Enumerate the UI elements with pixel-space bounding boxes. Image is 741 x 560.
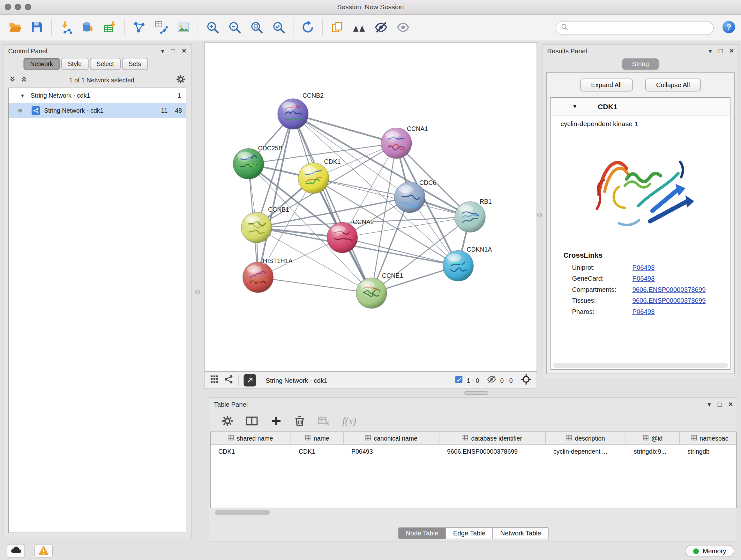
selected-checkbox-icon[interactable] [455, 375, 463, 385]
save-session-button[interactable] [26, 17, 48, 39]
open-session-button[interactable] [4, 17, 26, 39]
birdseye-grid-icon[interactable] [210, 374, 219, 386]
memory-button[interactable]: Memory [685, 545, 734, 557]
panel-close-icon[interactable]: × [729, 47, 734, 55]
network-merge-button[interactable] [128, 17, 150, 39]
hidden-eye-icon[interactable] [487, 374, 496, 386]
panel-menu-icon[interactable]: ▾ [709, 48, 712, 54]
network-node-RB1[interactable]: RB1 [455, 198, 492, 233]
panel-float-icon[interactable]: □ [718, 401, 722, 408]
show-graphics-button[interactable] [392, 17, 414, 39]
results-scrollbar[interactable] [553, 363, 728, 368]
collapse-all-button[interactable]: Collapse All [645, 78, 701, 91]
left-splitter-handle[interactable] [195, 290, 200, 295]
table-cell[interactable]: P06493 [344, 448, 440, 455]
column-header-name[interactable]: name [291, 432, 344, 444]
crosslink-link[interactable]: P06493 [632, 275, 655, 282]
hide-graphics-button[interactable] [370, 17, 392, 39]
tab-style[interactable]: Style [61, 58, 88, 70]
gear-icon[interactable] [176, 74, 185, 85]
delete-column-button[interactable] [294, 415, 305, 427]
expander-icon[interactable]: ▼ [20, 93, 27, 98]
cdk1-accordion-header[interactable]: ▼ CDK1 [551, 98, 730, 116]
function-builder-button[interactable]: f(x) [342, 415, 356, 427]
zoom-selected-button[interactable] [268, 17, 290, 39]
apply-layout-button[interactable] [297, 17, 319, 39]
zoom-in-button[interactable] [202, 17, 224, 39]
table-row[interactable]: CDK1CDK1P064939606.ENSP00000378699cyclin… [211, 445, 736, 458]
network-row[interactable]: String Network - cdk1 11 48 [9, 103, 186, 118]
horizontal-splitter-handle[interactable] [464, 391, 488, 395]
expand-all-button[interactable]: Expand All [580, 78, 633, 91]
column-header-label: shared name [237, 435, 273, 442]
network-node-CCNB2[interactable]: CCNB2 [278, 92, 324, 129]
tab-sets[interactable]: Sets [122, 58, 148, 70]
tab-select[interactable]: Select [90, 58, 120, 70]
table-cell[interactable]: CDK1 [291, 448, 344, 455]
add-column-button[interactable] [271, 415, 282, 427]
collapse-triangle-icon[interactable]: ▼ [572, 103, 578, 110]
help-button[interactable]: ? [722, 19, 737, 37]
import-network-database-button[interactable] [77, 17, 99, 39]
crosslink-link[interactable]: 9606.ENSP00000378699 [632, 286, 706, 294]
column-header--id[interactable]: @id [626, 432, 680, 444]
crosslink-link[interactable]: P06493 [632, 264, 655, 271]
network-collection-row[interactable]: ▼ String Network - cdk1 1 [9, 88, 186, 103]
birdseye-button[interactable] [348, 17, 370, 39]
table-cell[interactable]: cyclin-dependent ... [546, 448, 626, 455]
table-cell[interactable]: stringdb [680, 448, 737, 455]
column-header-database-identifier[interactable]: database identifier [440, 432, 546, 444]
panel-menu-icon[interactable]: ▾ [161, 48, 164, 54]
export-image-button[interactable] [172, 17, 194, 39]
duplicate-network-button[interactable] [326, 17, 348, 39]
network-node-CCNB1[interactable]: CCNB1 [241, 206, 289, 243]
network-node-CDC6[interactable]: CDC6 [394, 179, 436, 212]
tab-string[interactable]: String [623, 58, 659, 70]
collapse-all-icon[interactable] [9, 76, 16, 84]
tab-network-table[interactable]: Network Table [493, 527, 549, 540]
network-node-CDC25B[interactable]: CDC25B [233, 145, 283, 179]
network-graph: CCNB2CCNA1CDC25BCDK1CDC6RB1CCNB1CCNA2CDK… [205, 43, 537, 371]
network-node-CCNA1[interactable]: CCNA1 [381, 125, 428, 159]
right-splitter-handle[interactable] [537, 212, 542, 217]
network-from-table-button[interactable] [150, 17, 172, 39]
column-header-description[interactable]: description [546, 432, 626, 444]
crosslink-link[interactable]: P06493 [632, 308, 655, 315]
zoom-out-button[interactable] [224, 17, 246, 39]
panel-close-icon[interactable]: × [728, 400, 733, 408]
column-header-label: description [575, 435, 605, 442]
fit-selected-crosshair-icon[interactable] [521, 374, 532, 387]
tab-edge-table[interactable]: Edge Table [446, 527, 493, 540]
hscroll-thumb[interactable] [215, 510, 270, 515]
zoom-fit-button[interactable] [246, 17, 268, 39]
column-header-shared-name[interactable]: shared name [211, 432, 291, 444]
panel-float-icon[interactable]: □ [719, 48, 723, 54]
crosslink-link[interactable]: 9606.ENSP00000378699 [632, 297, 706, 304]
table-cell[interactable]: 9606.ENSP00000378699 [440, 448, 546, 455]
cloud-icon [10, 546, 21, 556]
column-header-namespac[interactable]: namespac [680, 432, 737, 444]
panel-float-icon[interactable]: □ [171, 48, 175, 54]
panel-close-icon[interactable]: × [182, 47, 186, 55]
cloud-button[interactable] [7, 544, 25, 558]
expand-all-icon[interactable] [21, 76, 27, 84]
column-header-canonical-name[interactable]: canonical name [344, 432, 440, 444]
network-node-HIST1H1A[interactable]: HIST1H1A [243, 257, 293, 293]
import-table-button[interactable] [99, 17, 121, 39]
network-node-CDK1[interactable]: CDK1 [298, 158, 341, 193]
search-input[interactable] [571, 23, 709, 32]
network-view[interactable]: CCNB2CCNA1CDC25BCDK1CDC6RB1CCNB1CCNA2CDK… [205, 42, 537, 372]
birdseye-icon [352, 20, 366, 36]
import-network-file-button[interactable] [55, 17, 77, 39]
warnings-button[interactable] [35, 544, 53, 558]
tab-network[interactable]: Network [23, 58, 60, 70]
delete-table-button[interactable] [318, 415, 330, 427]
network-share-icon[interactable] [224, 374, 233, 386]
open-in-new-window-button[interactable] [244, 374, 256, 387]
table-cell[interactable]: stringdb:9... [626, 448, 680, 455]
panel-menu-icon[interactable]: ▾ [708, 401, 711, 408]
table-settings-button[interactable] [222, 415, 233, 427]
show-columns-button[interactable] [246, 415, 258, 427]
tab-node-table[interactable]: Node Table [398, 527, 446, 540]
table-cell[interactable]: CDK1 [211, 448, 291, 455]
